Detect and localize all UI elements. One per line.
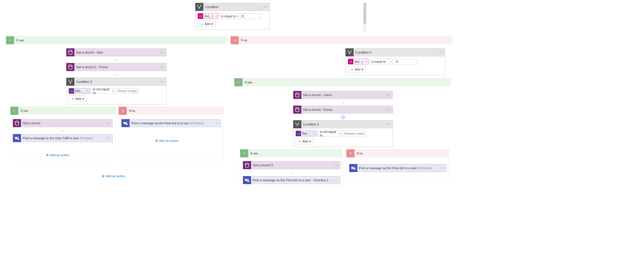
branch-no-header[interactable]: ✕ If no xyxy=(346,149,449,157)
action-header[interactable]: Get a record 2 - Forms ··· xyxy=(66,63,167,71)
remove-icon[interactable]: × xyxy=(365,60,369,63)
check-icon: ✓ xyxy=(6,36,14,44)
teams-icon xyxy=(349,164,357,172)
cds-icon xyxy=(13,119,21,127)
action-header[interactable]: Get a record - Users ··· xyxy=(293,91,393,99)
operator-select[interactable]: is not equal to▾ xyxy=(319,131,342,136)
more-icon[interactable]: ··· xyxy=(387,123,390,126)
add-button[interactable]: ＋Add▾ xyxy=(69,96,87,102)
action-header[interactable]: Post a message as the Flow bot to a user… xyxy=(349,164,447,172)
action-header[interactable]: Get a record - User ··· xyxy=(66,48,167,56)
expression-chip[interactable]: ƒx div(...) × xyxy=(348,59,369,64)
teams-icon xyxy=(243,176,251,184)
condition-header[interactable]: Condition 4 ··· xyxy=(345,48,445,56)
condition-title: Condition xyxy=(205,5,264,9)
action-post-message-overdue: Post a message as the Flow bot to a user… xyxy=(243,176,340,184)
branch-yes-header[interactable]: ✓ If yes xyxy=(240,149,342,157)
action-post-message-car-due: Post a message to the User CAR is due (P… xyxy=(13,134,113,142)
check-icon: ✓ xyxy=(240,149,248,157)
action-post-message-flow-bot: Post a message as the Flow bot to a user… xyxy=(121,119,221,127)
condition3-card: Condition 3 ··· ▭ Related ... × is not e… xyxy=(66,78,167,104)
action-header[interactable]: Get a record ··· xyxy=(13,119,113,127)
branch-yes-header[interactable]: ✓ If yes xyxy=(6,36,227,44)
more-icon[interactable]: ··· xyxy=(161,80,164,83)
condition4-card: Condition 4 ··· ƒx div(...) × is equal t… xyxy=(345,48,445,75)
action-header[interactable]: Get a record - Forms ··· xyxy=(293,106,393,114)
add-action-link[interactable]: ⊕Add an action xyxy=(46,153,69,157)
action-header[interactable]: Get a record 2 ··· xyxy=(243,161,340,169)
more-icon[interactable]: ··· xyxy=(387,108,390,111)
add-action-icon: ⊕ xyxy=(46,153,49,157)
branch-yes: ✓ If yes xyxy=(234,78,451,83)
branch-no-header[interactable]: ✕ If no xyxy=(119,107,223,115)
value-input[interactable] xyxy=(116,88,139,94)
add-action-link[interactable]: ⊕Add an action xyxy=(102,174,125,178)
branch-yes: ✓ If yes xyxy=(6,36,227,41)
more-icon[interactable]: ··· xyxy=(441,166,444,170)
add-action-link[interactable]: ⊕Add an action xyxy=(155,139,178,143)
add-button[interactable]: ＋Add▾ xyxy=(198,21,216,27)
svg-point-6 xyxy=(126,122,127,123)
more-icon[interactable]: ··· xyxy=(161,65,164,69)
condition-icon xyxy=(346,48,354,56)
svg-point-7 xyxy=(296,93,299,94)
add-button[interactable]: ＋Add▾ xyxy=(296,138,314,144)
value-input[interactable] xyxy=(394,59,417,64)
svg-point-9 xyxy=(245,163,249,165)
remove-icon[interactable]: × xyxy=(86,89,90,93)
cds-icon xyxy=(293,91,301,99)
insert-step-button[interactable]: + xyxy=(341,115,345,119)
more-icon[interactable]: ··· xyxy=(439,51,443,54)
branch-no: ✕ If no xyxy=(230,36,452,41)
arrow-down-icon: ↓ xyxy=(115,57,117,62)
add-button[interactable]: ＋Add▾ xyxy=(348,66,366,73)
action-header[interactable]: Post a message as the Flow bot to a user… xyxy=(243,176,340,184)
chevron-down-icon: ▾ xyxy=(237,15,238,18)
operator-select[interactable]: is equal to▾ xyxy=(220,13,239,19)
plus-icon: ＋ xyxy=(298,139,301,144)
scrollbar-thumb[interactable] xyxy=(363,3,366,24)
more-icon[interactable]: ··· xyxy=(107,136,110,140)
operator-select[interactable]: is not equal to▾ xyxy=(92,88,115,94)
remove-icon[interactable]: × xyxy=(313,132,317,135)
more-icon[interactable]: ··· xyxy=(161,51,164,54)
more-icon[interactable]: ··· xyxy=(334,163,338,167)
plus-icon: ＋ xyxy=(200,22,203,26)
condition-header[interactable]: Condition 5 ··· xyxy=(293,120,393,128)
plus-icon: ＋ xyxy=(350,67,354,72)
svg-rect-5 xyxy=(124,122,126,124)
arrow-down-icon: ↓ xyxy=(62,128,64,133)
expression-chip[interactable]: ƒx div(...) × xyxy=(198,13,219,19)
condition-header[interactable]: Condition ··· xyxy=(195,3,270,11)
action-get-record-user: Get a record - User ··· xyxy=(66,48,167,56)
branch-yes-header[interactable]: ✓ If yes xyxy=(10,107,115,115)
condition5-card: Condition 5 ··· ▭ Related ... × is not e… xyxy=(293,120,393,147)
add-action-icon: ⊕ xyxy=(155,139,158,143)
action-header[interactable]: Post a message to the User CAR is due (P… xyxy=(13,134,113,142)
more-icon[interactable]: ··· xyxy=(264,5,267,9)
condition-header[interactable]: Condition 3 ··· xyxy=(66,78,167,86)
teams-icon xyxy=(122,119,130,127)
more-icon[interactable]: ··· xyxy=(334,178,338,182)
value-input[interactable] xyxy=(240,13,261,19)
svg-point-1 xyxy=(69,65,72,66)
dynamic-chip[interactable]: ▭ Related ... × xyxy=(69,88,90,94)
operator-select[interactable]: is equal to▾ xyxy=(370,59,393,64)
action-header[interactable]: Post a message as the Flow bot to a user… xyxy=(121,119,221,127)
more-icon[interactable]: ··· xyxy=(215,121,219,125)
remove-icon[interactable]: × xyxy=(214,14,218,18)
branch-yes-header[interactable]: ✓ If yes xyxy=(234,78,451,86)
dynamic-chip[interactable]: ▭ Related ... × xyxy=(296,131,317,136)
chevron-down-icon: ▾ xyxy=(390,60,392,63)
cds-icon xyxy=(293,106,301,114)
branch-no-header[interactable]: ✕ If no xyxy=(231,36,452,44)
svg-point-11 xyxy=(248,179,249,180)
more-icon[interactable]: ··· xyxy=(387,93,390,97)
value-input[interactable] xyxy=(343,131,366,136)
more-icon[interactable]: ··· xyxy=(107,121,110,125)
action-post-message-flow-bot: Post a message as the Flow bot to a user… xyxy=(349,164,447,172)
arrow-down-icon: ↓ xyxy=(342,100,344,104)
chevron-down-icon: ▾ xyxy=(112,90,113,92)
action-get-record: Get a record ··· xyxy=(13,119,113,127)
chevron-down-icon: ▾ xyxy=(309,140,311,143)
